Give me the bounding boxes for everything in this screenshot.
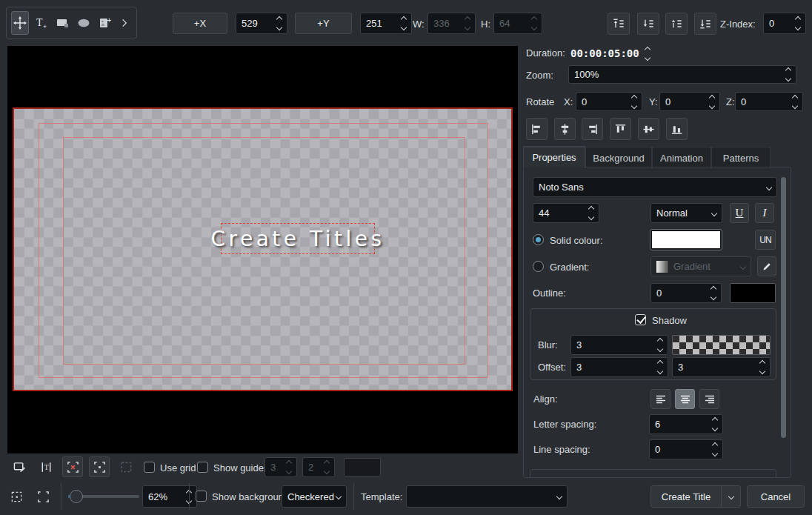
blur-spinbox[interactable]: 3: [570, 335, 668, 355]
cancel-button[interactable]: Cancel: [747, 485, 805, 508]
text-align-right-button[interactable]: [699, 389, 719, 409]
fit-zone-button[interactable]: [89, 456, 110, 477]
line-spacing-spinbox[interactable]: 0: [649, 439, 723, 459]
guide-colour-swatch[interactable]: [344, 458, 381, 476]
z-index-spinbox[interactable]: 0: [763, 13, 806, 34]
raise-to-top-button[interactable]: [608, 13, 630, 35]
create-title-dropdown[interactable]: [721, 486, 740, 507]
spinner-arrows[interactable]: [658, 361, 662, 373]
show-background-checkbox[interactable]: [196, 491, 207, 502]
lower-to-bottom-button[interactable]: [694, 13, 716, 35]
align-top-icon: [614, 123, 627, 136]
more-tools-button[interactable]: [118, 12, 132, 34]
guide-cols-spinbox[interactable]: 2: [302, 457, 335, 477]
slider-handle[interactable]: [70, 490, 83, 503]
tool-group: T+ +: [6, 7, 137, 39]
tab-patterns[interactable]: Patterns: [711, 147, 771, 168]
offset-x-spinbox[interactable]: 3: [570, 357, 668, 377]
outline-colour-swatch[interactable]: [730, 283, 776, 303]
align-bottom-button[interactable]: [666, 118, 688, 140]
background-mode-combobox[interactable]: Checkered: [282, 485, 347, 508]
text-align-center-button[interactable]: [675, 389, 695, 409]
lower-item-button[interactable]: [637, 13, 659, 35]
spinner-arrows[interactable]: [711, 287, 716, 299]
font-weight-combobox[interactable]: Normal: [650, 203, 722, 223]
spinner-arrows[interactable]: [760, 361, 765, 373]
spinner-arrows[interactable]: [589, 207, 593, 219]
selection-tool-button[interactable]: [116, 456, 136, 477]
properties-scrollbar[interactable]: [781, 177, 786, 438]
spinner-arrows[interactable]: [713, 443, 717, 456]
duration-spinbox[interactable]: 00:00:05:00: [570, 46, 667, 61]
rotate-x-spinbox[interactable]: 0: [576, 92, 642, 111]
rotate-z-spinbox[interactable]: 0: [735, 92, 803, 111]
move-icon: [13, 16, 27, 30]
edit-background-button[interactable]: [9, 456, 30, 477]
show-guides-checkbox[interactable]: [197, 462, 208, 473]
move-tool-button[interactable]: [11, 11, 29, 35]
shadow-checkbox[interactable]: [635, 314, 646, 325]
spinner-arrows[interactable]: [796, 17, 800, 30]
canvas-zoom-value: 62%: [148, 491, 184, 502]
guide-rows-spinbox[interactable]: 3: [264, 457, 297, 477]
align-horizontal-center-button[interactable]: [638, 118, 659, 140]
title-text-item[interactable]: Create Titles: [221, 223, 375, 254]
move-x-button[interactable]: +X: [173, 13, 227, 34]
edit-gradient-button[interactable]: [757, 256, 776, 276]
create-title-split-button[interactable]: Create Title: [650, 485, 741, 508]
align-vertical-center-button[interactable]: [554, 118, 576, 140]
align-top-button[interactable]: [610, 118, 631, 140]
x-position-spinbox[interactable]: 529: [236, 13, 287, 34]
tab-properties[interactable]: Properties: [523, 146, 585, 167]
move-y-button[interactable]: +Y: [295, 13, 352, 34]
tab-animation[interactable]: Animation: [652, 147, 711, 168]
raise-item-button[interactable]: [665, 13, 688, 35]
add-ellipse-tool-button[interactable]: [76, 12, 92, 34]
title-canvas[interactable]: Create Titles: [7, 46, 518, 453]
remove-zone-button[interactable]: [62, 456, 83, 477]
spinner-arrows[interactable]: [632, 96, 636, 108]
solid-colour-radio[interactable]: [533, 234, 544, 245]
italic-button[interactable]: I: [755, 203, 774, 223]
gradient-radio[interactable]: [533, 261, 544, 272]
tab-background[interactable]: Background: [585, 147, 652, 168]
use-grid-checkbox[interactable]: [144, 462, 155, 473]
use-grid-label: Use grid: [160, 462, 196, 474]
shadow-colour-swatch[interactable]: [672, 335, 771, 355]
fit-to-view-button[interactable]: [33, 486, 53, 507]
title-safe-button[interactable]: T: [36, 456, 56, 477]
template-combobox[interactable]: [406, 485, 568, 508]
align-right-button[interactable]: [582, 118, 603, 140]
raise-item-icon: [670, 18, 682, 30]
height-spinbox[interactable]: 64: [493, 13, 542, 34]
video-frame[interactable]: Create Titles: [13, 107, 513, 391]
spinner-arrows[interactable]: [645, 47, 650, 60]
font-size-spinbox[interactable]: 44: [533, 203, 599, 223]
letter-spacing-spinbox[interactable]: 6: [649, 414, 723, 434]
gradient-combobox[interactable]: Gradient: [650, 256, 751, 276]
spinner-arrows[interactable]: [713, 418, 717, 431]
underline-button[interactable]: U: [730, 203, 749, 223]
align-left-button[interactable]: [526, 118, 548, 140]
spinner-arrows[interactable]: [786, 68, 791, 81]
zoom-original-button[interactable]: [6, 486, 27, 507]
spinner-arrows[interactable]: [658, 339, 662, 351]
text-align-left-button[interactable]: [650, 389, 670, 409]
add-text-tool-button[interactable]: T+: [33, 12, 50, 34]
add-image-tool-button[interactable]: +: [97, 12, 113, 34]
spinner-arrows[interactable]: [402, 17, 406, 30]
outline-width-spinbox[interactable]: 0: [650, 283, 722, 303]
add-rectangle-tool-button[interactable]: [55, 12, 71, 34]
rotate-y-spinbox[interactable]: 0: [659, 92, 720, 111]
zoom-spinbox[interactable]: 100%: [568, 65, 796, 84]
spinner-arrows[interactable]: [793, 96, 797, 108]
spinner-arrows[interactable]: [277, 17, 282, 30]
spinner-arrows[interactable]: [710, 96, 714, 108]
solid-colour-swatch[interactable]: [650, 230, 722, 250]
insert-unicode-button[interactable]: UN: [755, 230, 776, 250]
y-position-spinbox[interactable]: 251: [360, 13, 412, 34]
solid-colour-label: Solid colour:: [550, 235, 603, 246]
width-spinbox[interactable]: 336: [427, 13, 476, 34]
font-family-combobox[interactable]: Noto Sans: [533, 177, 777, 197]
offset-y-spinbox[interactable]: 3: [672, 357, 771, 377]
